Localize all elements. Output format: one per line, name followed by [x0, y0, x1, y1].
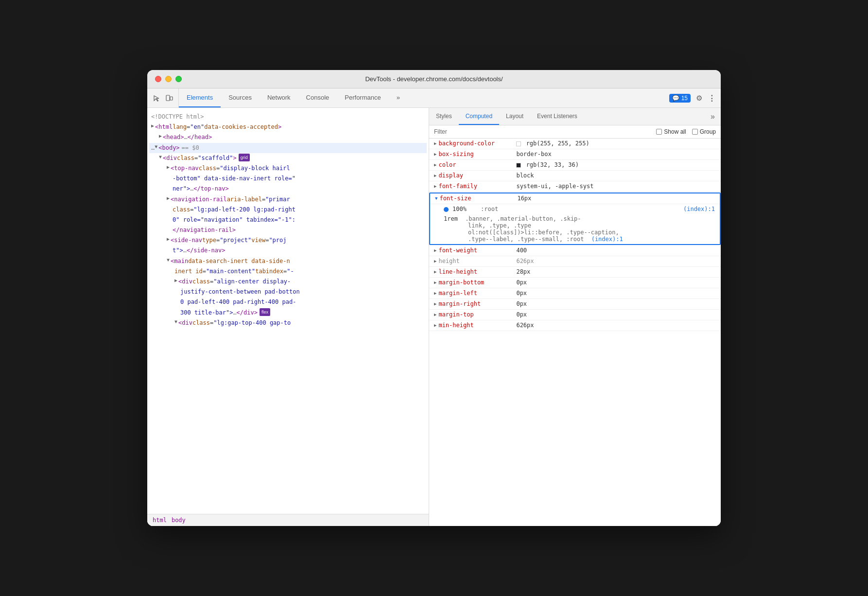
svg-rect-1: [170, 97, 173, 100]
console-badge[interactable]: 💬 15: [669, 94, 691, 103]
prop-display[interactable]: ▶ display block: [429, 171, 721, 181]
group-checkbox-box[interactable]: [692, 129, 698, 135]
device-icon[interactable]: [165, 94, 174, 103]
settings-icon[interactable]: ⚙: [694, 94, 703, 103]
expand-background-color[interactable]: ▶: [434, 141, 436, 146]
dom-topnav-line[interactable]: ▶ <top-nav class = "display-block hairl: [149, 163, 427, 174]
expand-arrow-scaffold[interactable]: ▼: [159, 154, 162, 161]
dom-body-line[interactable]: … ▼ <body> == $0: [149, 143, 427, 153]
expand-arrow-topnav[interactable]: ▶: [167, 164, 170, 172]
expand-font-size[interactable]: ▼: [435, 196, 437, 201]
dom-tree[interactable]: <!DOCTYPE html> ▶ <html lang = "en" data…: [147, 108, 429, 514]
dom-sidenav-line[interactable]: ▶ <side-nav type = "project" view = "pro…: [149, 235, 427, 245]
expand-arrow-gap[interactable]: ▼: [174, 318, 177, 326]
font-size-entry-1[interactable]: 100% :root (index):1: [430, 204, 720, 214]
tab-styles[interactable]: Styles: [429, 108, 459, 125]
tab-console[interactable]: Console: [298, 88, 337, 107]
minimize-button[interactable]: [165, 76, 172, 82]
expand-min-height[interactable]: ▶: [434, 323, 436, 328]
dom-gap-div-line[interactable]: ▼ <div class = "lg:gap-top-400 gap-to: [149, 318, 427, 328]
grid-badge[interactable]: grid: [239, 154, 250, 161]
group-checkbox[interactable]: Group: [692, 128, 716, 135]
prop-font-weight[interactable]: ▶ font-weight 400: [429, 245, 721, 256]
expand-line-height[interactable]: ▶: [434, 269, 436, 274]
prop-value-font-family: system-ui, -apple-syst: [516, 183, 716, 190]
breadcrumb-bar: html body: [147, 514, 429, 526]
prop-color[interactable]: ▶ color rgb(32, 33, 36): [429, 160, 721, 171]
show-all-checkbox-box[interactable]: [656, 129, 662, 135]
tab-computed[interactable]: Computed: [459, 108, 499, 125]
prop-margin-right[interactable]: ▶ margin-right 0px: [429, 299, 721, 310]
breadcrumb-html[interactable]: html: [151, 516, 168, 524]
dom-doctype-line[interactable]: <!DOCTYPE html>: [149, 112, 427, 122]
prop-margin-left[interactable]: ▶ margin-left 0px: [429, 288, 721, 299]
badge-icon: 💬: [672, 95, 679, 102]
dom-scaffold-line[interactable]: ▼ <div class = "scaffold" > grid: [149, 153, 427, 163]
dom-main-line[interactable]: ▼ <main data-search-inert data-side-n: [149, 256, 427, 266]
dom-navrail-line[interactable]: ▶ <navigation-rail aria-label = "primar: [149, 194, 427, 205]
expand-font-family[interactable]: ▶: [434, 184, 436, 189]
prop-height[interactable]: ▶ height 626px: [429, 256, 721, 267]
expand-font-weight[interactable]: ▶: [434, 248, 436, 253]
dom-head-line[interactable]: ▶ <head> … </head>: [149, 132, 427, 142]
expand-arrow[interactable]: ▶: [151, 123, 154, 130]
expand-margin-bottom[interactable]: ▶: [434, 280, 436, 285]
color-swatch-color: [516, 163, 521, 168]
show-all-checkbox[interactable]: Show all: [656, 128, 686, 135]
expand-arrow-head[interactable]: ▶: [159, 133, 162, 140]
tab-performance[interactable]: Performance: [337, 88, 388, 107]
close-button[interactable]: [155, 76, 161, 82]
filter-label[interactable]: Filter: [434, 128, 463, 135]
expand-arrow-navrail[interactable]: ▶: [167, 195, 170, 203]
breadcrumb-body[interactable]: body: [170, 516, 187, 524]
maximize-button[interactable]: [175, 76, 182, 82]
prop-margin-bottom[interactable]: ▶ margin-bottom 0px: [429, 278, 721, 288]
tab-sources[interactable]: Sources: [221, 88, 260, 107]
filter-bar: Filter Show all Group: [429, 125, 721, 139]
font-size-source-1[interactable]: (index):1: [683, 206, 715, 212]
toolbar-icons: [147, 88, 179, 107]
dom-navrail-line2: class = "lg:pad-left-200 lg:pad-right: [149, 205, 427, 215]
prop-name-min-height: min-height: [438, 322, 516, 329]
inspect-icon[interactable]: [152, 94, 161, 103]
tab-layout[interactable]: Layout: [499, 108, 530, 125]
expand-box-sizing[interactable]: ▶: [434, 152, 436, 157]
prop-box-sizing[interactable]: ▶ box-sizing border-box: [429, 149, 721, 160]
expand-height[interactable]: ▶: [434, 259, 436, 263]
expand-margin-top[interactable]: ▶: [434, 312, 436, 317]
dom-panel: <!DOCTYPE html> ▶ <html lang = "en" data…: [147, 108, 429, 526]
expand-arrow-body[interactable]: ▼: [155, 143, 157, 151]
expand-margin-right[interactable]: ▶: [434, 301, 436, 306]
computed-list[interactable]: ▶ background-color rgb(255, 255, 255) ▶ …: [429, 139, 721, 526]
expand-margin-left[interactable]: ▶: [434, 291, 436, 296]
expand-arrow-titlebar[interactable]: ▶: [174, 277, 177, 285]
tab-event-listeners[interactable]: Event Listeners: [530, 108, 584, 125]
dom-titlebar-div-line[interactable]: ▶ <div class = "align-center display-: [149, 277, 427, 287]
prop-name-height: height: [438, 258, 516, 264]
font-size-source-2[interactable]: (index):1: [591, 236, 623, 243]
prop-font-size[interactable]: ▼ font-size 16px: [430, 193, 720, 204]
prop-min-height[interactable]: ▶ min-height 626px: [429, 320, 721, 331]
filter-options: Show all Group: [656, 128, 716, 135]
more-options-icon[interactable]: ⋮: [707, 94, 716, 103]
flex-badge[interactable]: flex: [260, 308, 270, 316]
expand-arrow-sidenav[interactable]: ▶: [167, 236, 170, 244]
prop-line-height[interactable]: ▶ line-height 28px: [429, 267, 721, 278]
dom-titlebar-div-line4: 300 title-bar"> … </div> flex: [149, 308, 427, 318]
expand-arrow-main[interactable]: ▼: [167, 257, 170, 264]
toolbar-right: 💬 15 ⚙ ⋮: [664, 94, 721, 103]
devtools-main: <!DOCTYPE html> ▶ <html lang = "en" data…: [147, 108, 721, 526]
prop-margin-top[interactable]: ▶ margin-top 0px: [429, 310, 721, 320]
tab-more[interactable]: »: [389, 88, 408, 107]
font-size-value-1: 100%: [452, 206, 477, 212]
tabs-more[interactable]: »: [705, 108, 721, 125]
dom-sidenav-line2: t"> … </side-nav>: [149, 245, 427, 256]
font-size-entry-2[interactable]: 1rem .banner, .material-button, .skip- l…: [430, 214, 720, 244]
tab-network[interactable]: Network: [260, 88, 298, 107]
tab-elements[interactable]: Elements: [179, 88, 221, 107]
expand-color[interactable]: ▶: [434, 162, 436, 167]
dom-html-line[interactable]: ▶ <html lang = "en" data-cookies-accepte…: [149, 122, 427, 132]
prop-background-color[interactable]: ▶ background-color rgb(255, 255, 255): [429, 139, 721, 149]
expand-display[interactable]: ▶: [434, 173, 436, 178]
prop-font-family[interactable]: ▶ font-family system-ui, -apple-syst: [429, 181, 721, 192]
